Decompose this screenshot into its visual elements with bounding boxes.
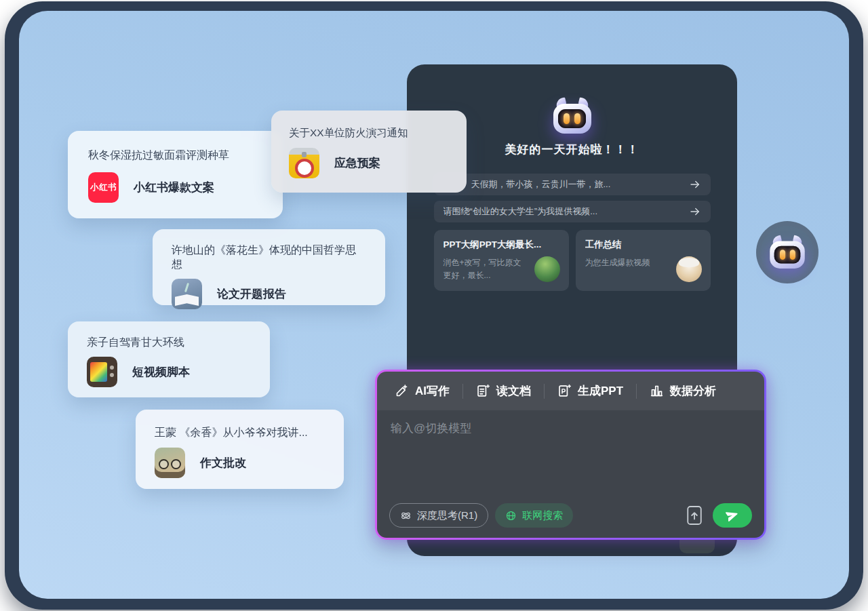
tab-label: AI写作 <box>415 383 450 399</box>
shortcut-title: 许地山的《落花生》体现的中国哲学思想 <box>172 243 366 272</box>
xiaohongshu-icon: 小红书 <box>88 172 119 203</box>
tab-read-doc[interactable]: 读文档 <box>476 383 531 399</box>
globe-icon <box>505 510 517 521</box>
deep-think-label: 深度思考(R1) <box>417 509 477 522</box>
atom-icon <box>400 510 412 521</box>
divider <box>462 384 463 399</box>
shortcut-tag: 作文批改 <box>200 455 246 471</box>
suggestion-card-title: PPT大纲PPT大纲最长... <box>443 239 559 251</box>
divider <box>636 384 637 399</box>
assistant-robot-button[interactable] <box>756 221 818 283</box>
send-plane-icon <box>726 509 739 522</box>
greeting-text: 美好的一天开始啦！！！ <box>505 142 639 157</box>
shortcut-tag: 短视频脚本 <box>132 364 190 380</box>
composer-toolbar: AI写作 读文档 生成PPT 数据分析 <box>377 372 764 410</box>
shortcut-tag: 小红书爆款文案 <box>134 180 214 195</box>
open-book-icon <box>172 279 202 309</box>
bar-chart-icon <box>650 384 664 398</box>
shortcut-title: 亲子自驾青甘大环线 <box>87 336 251 350</box>
composer-panel: AI写作 读文档 生成PPT 数据分析 输入@切 <box>375 370 766 540</box>
shortcut-tag: 论文开题报告 <box>217 286 286 302</box>
tab-label: 读文档 <box>496 383 531 399</box>
baby-avatar <box>676 256 702 282</box>
shortcut-title: 王蒙 《余香》从小爷爷对我讲... <box>155 426 325 440</box>
suggestion-card-desc: 润色+改写，写比原文更好，最长... <box>443 256 526 281</box>
shortcut-card-xiaohongshu[interactable]: 秋冬保湿抗过敏面霜评测种草 小红书 小红书爆款文案 <box>68 131 283 218</box>
ppt-file-icon <box>557 384 572 398</box>
shortcut-card-video-script[interactable]: 亲子自驾青甘大环线 短视频脚本 <box>68 321 270 397</box>
tab-label: 数据分析 <box>670 383 716 399</box>
pen-sparkle-icon <box>395 384 409 398</box>
input-placeholder: 输入@切换模型 <box>391 420 751 436</box>
document-sparkle-icon <box>476 384 490 398</box>
suggestion-card[interactable]: 工作总结 为您生成爆款视频 <box>576 230 711 291</box>
suggestion-card[interactable]: PPT大纲PPT大纲最长... 润色+改写，写比原文更好，最长... <box>434 230 569 291</box>
mascot-robot-icon <box>553 98 591 134</box>
glasses-book-icon <box>155 448 185 478</box>
prompt-suggestion-row[interactable]: 天假期，带小孩，云贵川一带，旅... <box>434 174 711 195</box>
tab-label: 生成PPT <box>578 383 623 399</box>
shortcut-title: 关于XX单位防火演习通知 <box>289 126 449 140</box>
shortcut-title: 秋冬保湿抗过敏面霜评测种草 <box>88 149 262 163</box>
screenshot-stage: 美好的一天开始啦！！！ 天假期，带小孩，云贵川一带，旅... 请围绕“创业的女大… <box>0 0 868 611</box>
shortcut-card-thesis[interactable]: 许地山的《落花生》体现的中国哲学思想 论文开题报告 <box>153 229 385 305</box>
alarm-clock-icon <box>289 148 319 178</box>
shortcut-card-emergency[interactable]: 关于XX单位防火演习通知 应急预案 <box>271 111 467 193</box>
shortcut-tag: 应急预案 <box>334 155 380 171</box>
shortcut-card-essay[interactable]: 王蒙 《余香》从小爷爷对我讲... 作文批改 <box>136 410 344 489</box>
deep-think-toggle[interactable]: 深度思考(R1) <box>389 503 488 528</box>
tab-ai-writing[interactable]: AI写作 <box>395 383 450 399</box>
prompt-input[interactable]: 输入@切换模型 深度思考(R1) 联网搜索 <box>377 410 764 538</box>
prompt-row-text: 请围绕“创业的女大学生”为我提供视频... <box>443 205 682 218</box>
divider <box>544 384 545 399</box>
tv-icon <box>87 357 117 387</box>
tab-data-analysis[interactable]: 数据分析 <box>650 383 716 399</box>
arrow-right-icon <box>689 178 701 191</box>
robot-icon <box>770 236 805 269</box>
prompt-suggestion-row[interactable]: 请围绕“创业的女大学生”为我提供视频... <box>434 201 711 222</box>
upload-file-icon <box>686 505 703 526</box>
suggestion-card-title: 工作总结 <box>585 239 701 251</box>
send-button[interactable] <box>713 503 752 528</box>
arrow-right-icon <box>689 205 701 218</box>
prompt-row-text: 天假期，带小孩，云贵川一带，旅... <box>443 178 682 191</box>
upload-file-button[interactable] <box>686 504 706 527</box>
tab-generate-ppt[interactable]: 生成PPT <box>557 383 623 399</box>
web-search-toggle[interactable]: 联网搜索 <box>495 503 573 528</box>
plant-avatar <box>534 256 560 282</box>
web-search-label: 联网搜索 <box>522 509 563 522</box>
